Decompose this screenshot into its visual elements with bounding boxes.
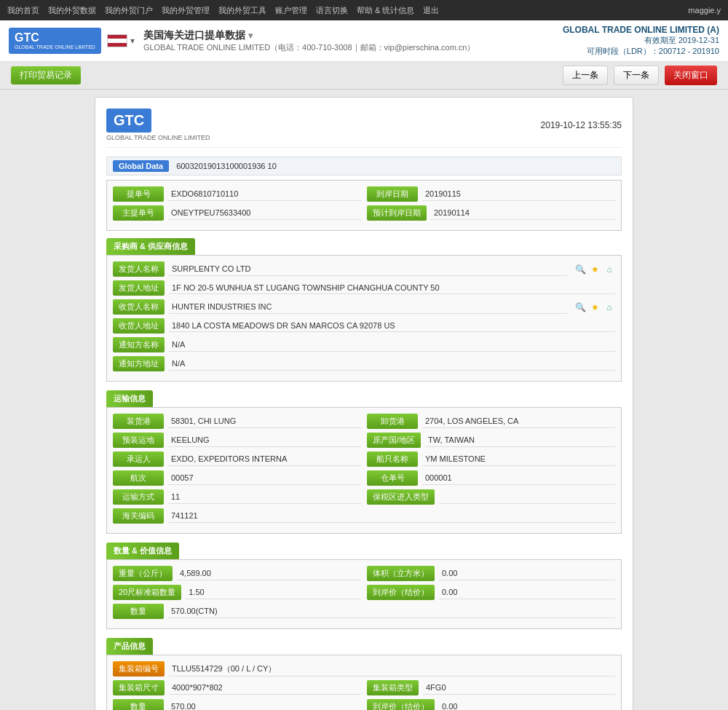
- document-date: 2019-10-12 13:55:35: [541, 120, 622, 130]
- consignee-icons: 🔍 ★ ⌂: [574, 301, 615, 313]
- quantity-section-title: 数量 & 价值信息: [106, 543, 179, 559]
- volume-value: 0.00: [439, 567, 615, 580]
- container-no-row: 集装箱编号 TLLU5514729（00 / L / CY）: [113, 661, 615, 677]
- container20-label: 20尺标准箱数量: [113, 585, 181, 600]
- card-header: GTC GLOBAL TRADE ONLINE LIMITED 2019-10-…: [106, 109, 622, 148]
- notify-addr-row: 通知方地址 N/A: [113, 356, 615, 371]
- unloading-port-field: 卸货港 2704, LOS ANGELES, CA: [367, 414, 615, 429]
- nav-tools[interactable]: 我的外贸工具: [218, 5, 266, 16]
- flag-area: ▾: [107, 34, 135, 47]
- shipping-section: 运输信息 装货港 58301, CHI LUNG 卸货港 2704, LOS A…: [106, 390, 622, 534]
- logo-area: GTC GLOBAL TRADE ONLINE LIMITED ▾: [9, 28, 135, 54]
- container-type-label: 集装箱类型: [367, 680, 419, 695]
- home-icon[interactable]: ⌂: [604, 264, 615, 275]
- product-price-value: 0.00: [439, 701, 615, 711]
- customs-label: 海关编码: [113, 508, 164, 524]
- global-data-row: Global Data 60032019013100001936 10: [106, 157, 622, 175]
- bill-fields: 提单号 EXDO6810710110 到岸日期 20190115 主提单号 ON…: [106, 180, 622, 231]
- page-subtitle: GLOBAL TRADE ONLINE LIMITED（电话：400-710-3…: [143, 42, 554, 53]
- nav-portal[interactable]: 我的外贸门户: [105, 5, 153, 16]
- loading-port-field: 装货港 58301, CHI LUNG: [113, 414, 361, 429]
- global-data-label: Global Data: [113, 160, 169, 172]
- arrive-date-field: 到岸日期 20190115: [367, 186, 615, 202]
- main-bill-label: 主提单号: [113, 205, 164, 221]
- shipping-row-4: 航次 00057 仓单号 000001: [113, 470, 615, 486]
- nav-language[interactable]: 语言切换: [316, 5, 348, 16]
- origin-label: 原产国/地区: [367, 433, 421, 448]
- weight-field: 重量（公斤） 4,589.00: [113, 566, 361, 581]
- container-size-field: 集装箱尺寸 4000*907*802: [113, 680, 361, 695]
- bill-row-2: 主提单号 ONEYTPEU75633400 预计到岸日期 20190114: [113, 205, 615, 221]
- main-bill-field: 主提单号 ONEYTPEU75633400: [113, 205, 361, 221]
- card-logo-sub: GLOBAL TRADE ONLINE LIMITED: [106, 134, 210, 141]
- container-type-field: 集装箱类型 4FG0: [367, 680, 615, 695]
- bill-no-value: EXDO6810710110: [168, 188, 361, 201]
- us-flag-icon: [107, 34, 127, 47]
- nav-import-data[interactable]: 我的外贸数据: [48, 5, 96, 16]
- voyage-label: 航次: [113, 470, 164, 486]
- nav-home[interactable]: 我的首页: [7, 5, 39, 16]
- unit-price-value: 0.00: [439, 586, 615, 599]
- shipper-name-value: SURPLENTY CO LTD: [169, 263, 567, 276]
- qty-value: 570.00(CTN): [168, 605, 615, 618]
- header-right-info: GLOBAL TRADE ONLINE LIMITED (A) 有效期至 201…: [563, 25, 719, 57]
- bonded-label: 保税区进入类型: [367, 489, 435, 505]
- vessel-value: YM MILESTONE: [422, 453, 615, 466]
- container20-field: 20尺标准箱数量 1.50: [113, 585, 361, 600]
- product-price-label: 到岸价（结价）: [367, 699, 435, 710]
- shipping-row-3: 承运人 EXDO, EXPEDITORS INTERNA 船只名称 YM MIL…: [113, 451, 615, 467]
- user-info: maggie.y: [688, 6, 721, 15]
- product-qty-field: 数量 570.00: [113, 699, 361, 710]
- unit-price-label: 到岸价（结价）: [367, 585, 435, 600]
- nav-management[interactable]: 我的外贸管理: [162, 5, 210, 16]
- pre-loading-value: KEELUNG: [168, 434, 361, 447]
- search-icon[interactable]: 🔍: [574, 301, 586, 313]
- product-qty-label: 数量: [113, 699, 164, 710]
- vessel-field: 船只名称 YM MILESTONE: [367, 451, 615, 467]
- ldr-info: 可用时段（LDR）：200712 - 201910: [563, 46, 719, 57]
- valid-until: 有效期至 2019-12-31: [563, 35, 719, 46]
- container-no-label: 集装箱编号: [113, 661, 165, 677]
- toolbar-right: 上一条 下一条 关闭窗口: [563, 66, 717, 85]
- quantity-row-2: 20尺标准箱数量 1.50 到岸价（结价） 0.00: [113, 585, 615, 600]
- prev-button[interactable]: 上一条: [563, 66, 608, 85]
- shipper-addr-value: 1F NO 20-5 WUNHUA ST LUGANG TOWNSHIP CHA…: [169, 282, 615, 294]
- pre-loading-label: 预装运地: [113, 433, 164, 448]
- search-icon[interactable]: 🔍: [574, 264, 586, 275]
- bill-no-field: 提单号 EXDO6810710110: [113, 186, 361, 202]
- transport-field: 运输方式 11: [113, 489, 361, 505]
- toolbar-left: 打印贸易记录: [11, 66, 81, 84]
- estimated-date-value: 20190114: [431, 207, 615, 220]
- nav-account[interactable]: 账户管理: [275, 5, 307, 16]
- consignee-name-row: 收货人名称 HUNTER INDUSTRIES INC 🔍 ★ ⌂: [113, 299, 615, 315]
- weight-value: 4,589.00: [177, 567, 361, 580]
- quantity-section-body: 重量（公斤） 4,589.00 体积（立方米） 0.00 20尺标准箱数量 1.…: [106, 559, 622, 629]
- notify-addr-label: 通知方地址: [113, 356, 165, 371]
- shipping-section-title: 运输信息: [106, 390, 153, 407]
- volume-label: 体积（立方米）: [367, 566, 435, 581]
- notify-name-label: 通知方名称: [113, 337, 165, 352]
- print-button[interactable]: 打印贸易记录: [11, 66, 81, 84]
- warehouse-value: 000001: [422, 472, 615, 485]
- nav-logout[interactable]: 退出: [423, 5, 439, 16]
- star-icon[interactable]: ★: [589, 264, 601, 275]
- quantity-row-1: 重量（公斤） 4,589.00 体积（立方米） 0.00: [113, 566, 615, 581]
- close-button[interactable]: 关闭窗口: [665, 66, 717, 85]
- consignee-addr-row: 收货人地址 1840 LA COSTA MEADOWS DR SAN MARCO…: [113, 318, 615, 334]
- home-icon[interactable]: ⌂: [604, 301, 615, 313]
- arrive-date-label: 到岸日期: [367, 186, 418, 202]
- notify-addr-value: N/A: [169, 358, 615, 371]
- star-icon[interactable]: ★: [589, 301, 601, 313]
- header-title: 美国海关进口提单数据 ▾ GLOBAL TRADE ONLINE LIMITED…: [143, 29, 554, 53]
- supplier-section-title: 采购商 & 供应商信息: [106, 238, 195, 255]
- consignee-addr-value: 1840 LA COSTA MEADOWS DR SAN MARCOS CA 9…: [169, 320, 615, 332]
- pre-loading-field: 预装运地 KEELUNG: [113, 433, 361, 448]
- top-toolbar: 打印贸易记录 上一条 下一条 关闭窗口: [0, 62, 728, 90]
- nav-help[interactable]: 帮助 & 统计信息: [357, 5, 414, 16]
- main-bill-value: ONEYTPEU75633400: [168, 207, 361, 220]
- weight-label: 重量（公斤）: [113, 566, 173, 581]
- voyage-value: 00057: [168, 472, 361, 485]
- next-button[interactable]: 下一条: [614, 66, 659, 85]
- consignee-addr-label: 收货人地址: [113, 318, 165, 334]
- consignee-name-label: 收货人名称: [113, 299, 165, 315]
